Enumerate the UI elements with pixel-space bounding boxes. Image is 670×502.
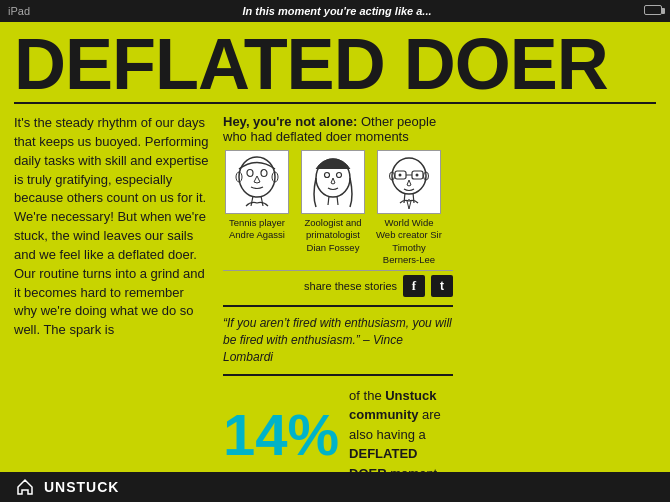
not-alone-panel: Hey, you're not alone: Other people who … [223, 114, 453, 489]
twitter-button[interactable]: t [431, 275, 453, 297]
person-name-agassi: Tennis player Andre Agassi [223, 217, 291, 242]
hey-label-bold: Hey, you're not alone: [223, 114, 357, 129]
share-row: share these stories f t [223, 270, 453, 297]
portrait-fossey [301, 150, 365, 214]
portrait-berners-lee [377, 150, 441, 214]
portrait-agassi [225, 150, 289, 214]
person-berners-lee: World Wide Web creator Sir Timothy Berne… [375, 150, 443, 266]
battery-icon [644, 5, 662, 17]
quote-box: “If you aren’t fired with enthusiasm, yo… [223, 305, 453, 375]
percent-number: 14% [223, 406, 339, 464]
stats-text: of the Unstuck community are also having… [349, 386, 453, 484]
person-agassi: Tennis player Andre Agassi [223, 150, 291, 266]
person-name-berners-lee: World Wide Web creator Sir Timothy Berne… [375, 217, 443, 266]
person-name-fossey: Zoologist and primatologist Dian Fossey [299, 217, 367, 254]
svg-point-20 [416, 174, 419, 177]
description-panel: It's the steady rhythm of our days that … [14, 114, 209, 489]
share-label: share these stories [304, 280, 397, 292]
bottom-bar: UNSTUCK [0, 472, 670, 502]
description-text: It's the steady rhythm of our days that … [14, 114, 209, 340]
quote-text: “If you aren’t fired with enthusiasm, yo… [223, 315, 453, 365]
home-icon[interactable] [14, 476, 36, 498]
svg-rect-0 [226, 151, 288, 213]
stats-bold2: DEFLATED [349, 446, 417, 461]
facebook-button[interactable]: f [403, 275, 425, 297]
svg-point-19 [399, 174, 402, 177]
stats-text-1: of the [349, 388, 385, 403]
header-banner: DEFLATED DOER [0, 22, 670, 102]
device-label: iPad [8, 5, 30, 17]
page-subtitle: In this moment you're acting like a... [30, 5, 644, 17]
svg-rect-14 [378, 151, 440, 213]
person-fossey: Zoologist and primatologist Dian Fossey [299, 150, 367, 266]
app-name: UNSTUCK [44, 479, 119, 495]
status-bar: iPad In this moment you're acting like a… [0, 0, 670, 22]
people-row: Tennis player Andre Agassi [223, 150, 453, 266]
content-area: It's the steady rhythm of our days that … [0, 104, 670, 499]
main-title: DEFLATED DOER [14, 28, 656, 100]
status-icons [644, 5, 662, 17]
hey-label: Hey, you're not alone: Other people who … [223, 114, 453, 144]
